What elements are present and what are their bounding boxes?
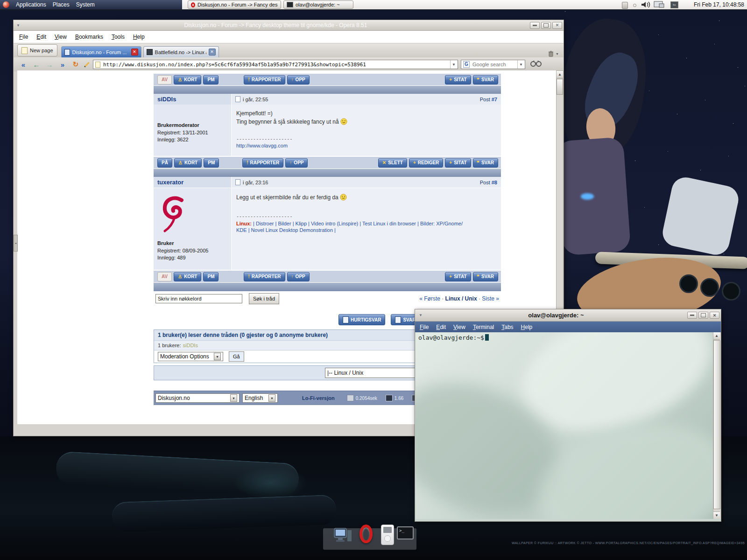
- post-number[interactable]: Post #8: [480, 180, 497, 185]
- skin-select[interactable]: Diskusjon.no▼: [155, 393, 240, 403]
- volume-icon[interactable]: [641, 1, 651, 10]
- opp-button[interactable]: ↑OPP: [285, 158, 308, 168]
- signature-link[interactable]: http://www.olavgg.com: [236, 143, 288, 148]
- post-author[interactable]: tuxerator: [154, 177, 232, 188]
- av-button[interactable]: AV: [157, 75, 172, 84]
- menu-terminal[interactable]: Terminal: [473, 324, 494, 330]
- url-dropdown-icon[interactable]: ▼: [450, 60, 456, 69]
- dock-computer-icon[interactable]: [332, 525, 353, 546]
- minimize-icon[interactable]: [530, 22, 540, 29]
- pagination-first[interactable]: « Første: [419, 295, 440, 302]
- rapporter-button[interactable]: !RAPPORTER: [244, 75, 285, 84]
- svar-button[interactable]: ❞SVAR: [473, 75, 498, 84]
- kort-button[interactable]: ♙KORT: [174, 272, 201, 281]
- sitat-button[interactable]: +SITAT: [445, 75, 471, 84]
- google-search-input[interactable]: [472, 61, 515, 68]
- pm-button[interactable]: PM: [203, 75, 218, 84]
- taskbar-terminal-window[interactable]: olav@olavgjerde: ~: [283, 0, 353, 9]
- post-author[interactable]: siDDIs: [154, 94, 232, 105]
- terminal-screen[interactable]: olav@olavgjerde:~$: [416, 332, 713, 519]
- thread-search-input[interactable]: [155, 294, 242, 303]
- signature-links[interactable]: | Distroer | Bilder | Klipp | Video intr…: [253, 221, 463, 226]
- rediger-button[interactable]: +REDIGER: [409, 158, 443, 168]
- find-binoculars-icon[interactable]: [530, 60, 542, 69]
- opp-button[interactable]: ↑OPP: [287, 75, 310, 84]
- hurtigsvar-button[interactable]: HURTIGSVAR: [338, 314, 385, 325]
- display-resolution-icon[interactable]: [654, 1, 668, 10]
- svar-button[interactable]: ❞SVAR: [473, 272, 498, 281]
- window-menu-icon[interactable]: ▼: [419, 313, 423, 317]
- menu-edit[interactable]: Edit: [436, 324, 446, 330]
- maximize-icon[interactable]: [541, 22, 551, 29]
- menu-help[interactable]: Help: [133, 34, 145, 40]
- menu-file[interactable]: File: [420, 324, 429, 330]
- terminal-titlebar[interactable]: ▼ olav@olavgjerde: ~ ✕: [415, 309, 721, 322]
- search-dropdown-icon[interactable]: ▼: [517, 60, 523, 69]
- dock-terminal-icon[interactable]: >_: [397, 526, 416, 545]
- av-button[interactable]: AV: [157, 272, 172, 281]
- opp-button[interactable]: ↑OPP: [287, 272, 310, 281]
- opera-titlebar[interactable]: ▼ Diskusjon.no - Forum -> Fancy desktop …: [14, 20, 564, 31]
- pagination-last[interactable]: Siste »: [482, 295, 499, 302]
- menu-bookmarks[interactable]: Bookmarks: [75, 34, 103, 40]
- menu-view[interactable]: View: [453, 324, 465, 330]
- menu-tools[interactable]: Tools: [112, 34, 125, 40]
- menu-places[interactable]: Places: [53, 1, 70, 8]
- sitat-button[interactable]: +SITAT: [445, 158, 471, 168]
- close-icon[interactable]: ✕: [552, 22, 562, 29]
- rapporter-button[interactable]: !RAPPORTER: [242, 158, 283, 168]
- rapporter-button[interactable]: !RAPPORTER: [244, 272, 285, 281]
- pa-button[interactable]: PÅ: [157, 158, 172, 168]
- sitat-button[interactable]: +SITAT: [445, 272, 471, 281]
- kort-button[interactable]: ♙KORT: [174, 75, 201, 84]
- battery-icon[interactable]: [622, 2, 628, 9]
- readers-user-link[interactable]: siDDIs: [183, 343, 198, 348]
- kort-button[interactable]: ♙KORT: [174, 158, 202, 168]
- scroll-thumb[interactable]: [557, 79, 563, 95]
- rewind-icon[interactable]: «: [18, 61, 28, 69]
- scroll-thumb[interactable]: [713, 340, 720, 509]
- taskbar-opera-window[interactable]: Diskusjon.no - Forum -> Fancy desk...: [188, 0, 281, 9]
- url-input[interactable]: [102, 61, 448, 68]
- menu-applications[interactable]: Applications: [16, 1, 46, 8]
- dock-media-player-icon[interactable]: [381, 525, 395, 546]
- menu-tabs[interactable]: Tabs: [501, 324, 513, 330]
- close-icon[interactable]: ✕: [710, 312, 719, 319]
- tab-battlefield[interactable]: Battlefield.no -> Linux /... ✕: [143, 46, 219, 57]
- tab-diskusjon[interactable]: Diskusjon.no - Forum ... ✕: [61, 46, 141, 57]
- go-button[interactable]: Gå: [229, 351, 244, 362]
- scroll-up-icon[interactable]: ▲: [713, 332, 720, 340]
- menu-system[interactable]: System: [76, 1, 95, 8]
- back-icon[interactable]: ←: [31, 61, 42, 69]
- distro-logo-icon[interactable]: [3, 1, 9, 8]
- scroll-up-icon[interactable]: ▲: [557, 71, 563, 78]
- menu-file[interactable]: File: [19, 34, 28, 40]
- pm-button[interactable]: PM: [203, 272, 218, 281]
- tab-close-icon[interactable]: ✕: [209, 49, 216, 56]
- tab-close-icon[interactable]: ✕: [131, 49, 138, 56]
- google-search-field[interactable]: G ▼: [461, 60, 525, 69]
- terminal-scrollbar[interactable]: ▲ ▼: [713, 332, 721, 519]
- post-number[interactable]: Post #7: [480, 97, 497, 102]
- menu-edit[interactable]: Edit: [36, 34, 46, 40]
- forum-jump-select[interactable]: |-- Linux / Unix: [325, 368, 418, 378]
- lofi-link[interactable]: Lo-Fi-versjon: [302, 395, 335, 401]
- menu-help[interactable]: Help: [521, 324, 533, 330]
- pencil-icon[interactable]: [84, 62, 90, 67]
- panel-clock[interactable]: Fri Feb 17, 10:48:58: [694, 0, 744, 9]
- forward-icon[interactable]: →: [44, 61, 55, 69]
- search-thread-button[interactable]: Søk i tråd: [249, 293, 279, 304]
- keyboard-indicator-icon[interactable]: ko: [670, 1, 678, 8]
- maximize-icon[interactable]: [698, 312, 708, 319]
- svar-button[interactable]: ❞SVAR: [473, 158, 498, 168]
- fast-forward-icon[interactable]: »: [57, 61, 68, 69]
- reload-icon[interactable]: ↻: [70, 60, 81, 69]
- minimize-icon[interactable]: [687, 312, 697, 319]
- panel-toggle[interactable]: ◂: [14, 235, 18, 252]
- window-menu-icon[interactable]: ▼: [16, 23, 20, 28]
- menu-view[interactable]: View: [55, 34, 67, 40]
- dock-opera-icon[interactable]: [357, 524, 375, 547]
- language-select[interactable]: English▼: [242, 393, 278, 403]
- new-page-button[interactable]: New page: [17, 44, 57, 56]
- url-field[interactable]: ▼: [93, 60, 458, 69]
